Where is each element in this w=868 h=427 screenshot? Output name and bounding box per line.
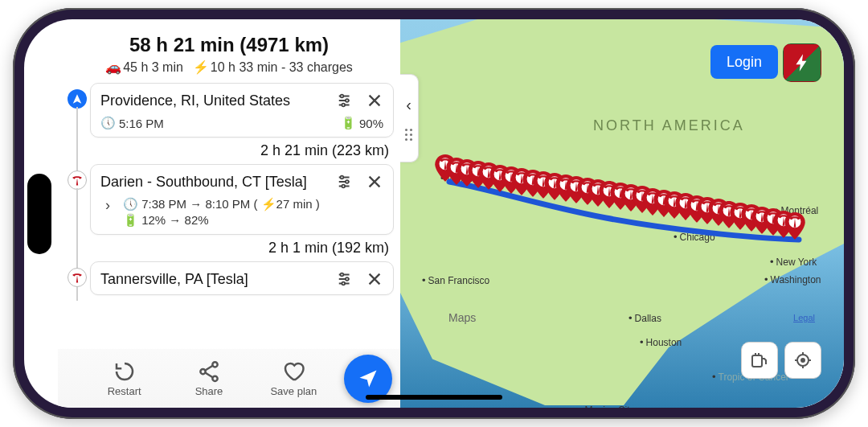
maps-attribution: Maps xyxy=(448,311,476,324)
device-notch xyxy=(27,174,51,254)
battery-icon: 🔋 xyxy=(123,213,138,227)
svg-point-4 xyxy=(346,180,349,183)
battery-icon: 🔋 xyxy=(341,116,356,130)
app-logo-icon[interactable] xyxy=(783,43,821,82)
settings-icon[interactable] xyxy=(337,173,354,191)
stop-row: Providence, RI, United States 🕔5:16 PM 🔋… xyxy=(68,83,394,164)
leg-summary: 2 h 1 min (192 km) xyxy=(90,235,394,261)
svg-rect-45 xyxy=(752,355,762,367)
svg-point-6 xyxy=(341,273,344,277)
close-icon[interactable] xyxy=(366,173,383,191)
close-icon[interactable] xyxy=(366,92,383,109)
start-marker-icon xyxy=(68,89,87,109)
locate-me-button[interactable] xyxy=(784,342,821,379)
stop-name: Tannersville, PA [Tesla] xyxy=(100,271,330,288)
tesla-marker-icon xyxy=(68,170,87,190)
stop-row: Darien - Southbound, CT [Tesla] › 🕔 xyxy=(68,164,394,261)
home-indicator xyxy=(366,395,502,400)
city-label: New York xyxy=(770,256,817,268)
stop-card[interactable]: Tannersville, PA [Tesla] xyxy=(90,261,394,295)
svg-point-7 xyxy=(346,277,349,281)
charger-filter-button[interactable] xyxy=(741,342,778,379)
leg-summary: 2 h 21 min (223 km) xyxy=(90,138,394,164)
city-label: San Francisco xyxy=(422,274,489,286)
bottom-toolbar: Restart Share Save plan xyxy=(58,348,400,408)
stop-card[interactable]: Darien - Southbound, CT [Tesla] › 🕔 xyxy=(90,164,394,235)
trip-summary-subtitle: 🚗45 h 3 min ⚡10 h 33 min - 33 charges xyxy=(72,60,386,75)
city-label: Dallas xyxy=(628,312,661,324)
city-label: Chicago xyxy=(674,231,715,243)
settings-icon[interactable] xyxy=(337,92,354,109)
svg-point-47 xyxy=(801,359,805,362)
bolt-icon: ⚡ xyxy=(193,60,209,74)
trip-summary-title: 58 h 21 min (4971 km) xyxy=(72,34,386,56)
svg-point-0 xyxy=(341,95,344,98)
clock-icon: 🕔 xyxy=(100,116,116,130)
city-label: Mexico City xyxy=(579,404,635,408)
clock-icon: 🕔 xyxy=(123,197,138,211)
bolt-icon: ⚡ xyxy=(261,197,276,211)
itinerary-panel: 58 h 21 min (4971 km) 🚗45 h 3 min ⚡10 h … xyxy=(24,19,400,408)
login-button[interactable]: Login xyxy=(710,45,778,79)
svg-point-5 xyxy=(342,185,345,188)
svg-point-3 xyxy=(341,176,344,179)
stop-name: Darien - Southbound, CT [Tesla] xyxy=(100,174,330,191)
save-plan-button[interactable]: Save plan xyxy=(252,359,336,397)
car-icon: 🚗 xyxy=(105,60,121,74)
svg-point-2 xyxy=(342,104,345,107)
stop-card[interactable]: Providence, RI, United States 🕔5:16 PM 🔋… xyxy=(90,83,394,138)
charger-pin-icon[interactable] xyxy=(784,212,805,240)
chevron-left-icon: ‹ xyxy=(406,96,411,114)
continent-label: NORTH AMERICA xyxy=(593,117,745,134)
svg-point-8 xyxy=(342,282,345,285)
stop-row: Tannersville, PA [Tesla] xyxy=(68,261,394,295)
svg-point-1 xyxy=(346,99,349,102)
city-label: Washington xyxy=(764,273,821,285)
close-icon[interactable] xyxy=(366,270,383,288)
settings-icon[interactable] xyxy=(337,270,354,288)
tesla-marker-icon xyxy=(68,268,87,287)
collapse-panel-button[interactable]: ‹ xyxy=(400,74,419,162)
chevron-right-icon[interactable]: › xyxy=(100,197,115,214)
restart-button[interactable]: Restart xyxy=(82,359,166,397)
share-button[interactable]: Share xyxy=(166,359,251,397)
drag-handle-icon xyxy=(405,129,412,141)
stop-name: Providence, RI, United States xyxy=(100,92,330,109)
map-view[interactable]: NORTH AMERICA VancouverChicagoMontréalNe… xyxy=(400,19,844,408)
legal-link[interactable]: Legal xyxy=(793,313,815,322)
city-label: Houston xyxy=(640,336,682,348)
trip-summary: 58 h 21 min (4971 km) 🚗45 h 3 min ⚡10 h … xyxy=(58,19,400,83)
